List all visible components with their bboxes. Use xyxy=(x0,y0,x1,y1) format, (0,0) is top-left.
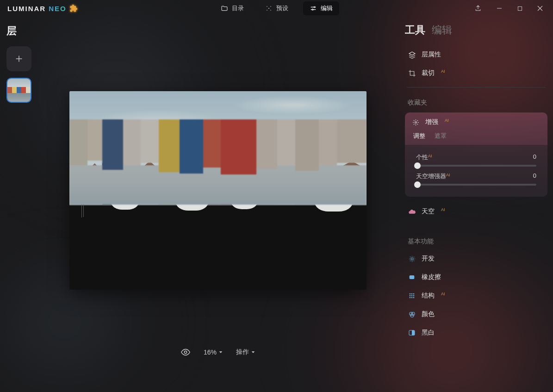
svg-point-16 xyxy=(411,295,413,297)
tool-bw-label: 黑白 xyxy=(422,329,435,337)
actions-dropdown[interactable]: 操作 xyxy=(236,348,255,356)
section-basics: 基本功能 xyxy=(405,221,547,249)
tools-panel: 工具 编辑 层属性 裁切 AI 收藏夹 增强 AI 调整 遮罩 个性AI 0 xyxy=(405,21,547,392)
svg-rect-11 xyxy=(410,275,415,279)
svg-point-14 xyxy=(413,293,415,295)
grid-dots-icon xyxy=(408,292,416,300)
ai-badge: AI xyxy=(441,292,445,296)
ai-badge: AI xyxy=(441,69,445,74)
enhance-card: 增强 AI 调整 遮罩 个性AI 0 天空增强器AI 0 xyxy=(405,112,547,197)
svg-point-0 xyxy=(268,8,269,9)
cloud-icon xyxy=(408,207,416,216)
crop-icon xyxy=(408,69,416,77)
svg-point-6 xyxy=(312,9,313,10)
logo-text-a: LUMINAR xyxy=(7,5,46,12)
minimize-button[interactable] xyxy=(489,1,510,16)
nav-presets[interactable]: 预设 xyxy=(259,1,295,15)
puzzle-icon[interactable] xyxy=(69,4,78,12)
svg-point-5 xyxy=(314,6,315,8)
separator xyxy=(407,87,546,87)
slider-knob[interactable] xyxy=(414,162,421,169)
tool-crop[interactable]: 裁切 AI xyxy=(405,64,547,82)
svg-point-18 xyxy=(410,297,411,299)
slider-gexing-label: 个性 xyxy=(416,154,428,161)
tool-eraser-label: 橡皮擦 xyxy=(422,273,441,281)
eye-icon[interactable] xyxy=(180,347,191,357)
ai-badge: AI xyxy=(428,154,432,158)
slider-sky-enhancer: 天空增强器AI 0 xyxy=(416,168,536,187)
svg-point-1 xyxy=(267,6,267,7)
subtab-adjust[interactable]: 调整 xyxy=(413,132,425,140)
nav-catalog-label: 目录 xyxy=(232,4,244,12)
slider-gexing-track[interactable] xyxy=(416,165,536,167)
tool-structure-label: 结构 xyxy=(422,292,435,300)
tool-sky[interactable]: 天空 AI xyxy=(405,202,547,221)
image-canvas[interactable] xyxy=(69,91,367,290)
slider-sky-enh-label: 天空增强器 xyxy=(416,173,446,180)
enhance-icon xyxy=(411,118,420,126)
tool-develop-label: 开发 xyxy=(422,255,435,263)
svg-point-9 xyxy=(415,121,416,123)
layer-thumbnail[interactable] xyxy=(6,78,31,103)
svg-point-2 xyxy=(270,6,271,7)
tool-bw[interactable]: 黑白 xyxy=(405,324,547,342)
layers-icon xyxy=(408,50,416,59)
chevron-down-icon xyxy=(251,350,255,355)
chevron-down-icon xyxy=(218,350,223,355)
eraser-icon xyxy=(408,273,416,281)
slider-sky-enh-track[interactable] xyxy=(416,184,536,186)
tab-tools[interactable]: 工具 xyxy=(405,23,425,37)
sparkle-icon xyxy=(265,5,273,12)
panel-tabs: 工具 编辑 xyxy=(405,21,547,45)
sliders-icon xyxy=(310,5,317,12)
actions-label: 操作 xyxy=(236,348,249,356)
tool-structure[interactable]: 结构 AI xyxy=(405,286,547,305)
tool-sky-label: 天空 xyxy=(422,207,435,216)
tool-color[interactable]: 颜色 xyxy=(405,305,547,324)
app-logo: LUMINAR NEO xyxy=(7,4,78,12)
bw-icon xyxy=(408,329,416,337)
window-controls xyxy=(470,1,550,16)
zoom-dropdown[interactable]: 16% xyxy=(204,348,223,356)
add-layer-button[interactable] xyxy=(6,46,31,71)
sun-icon xyxy=(408,255,416,263)
tool-develop[interactable]: 开发 xyxy=(405,249,547,268)
layers-title: 层 xyxy=(6,24,33,38)
svg-point-13 xyxy=(411,293,413,295)
slider-gexing-value: 0 xyxy=(533,153,536,162)
viewer-controls: 16% 操作 xyxy=(180,347,255,357)
svg-point-15 xyxy=(410,295,411,297)
svg-point-10 xyxy=(411,258,413,260)
close-button[interactable] xyxy=(530,1,550,16)
tool-layer-properties[interactable]: 层属性 xyxy=(405,45,547,64)
nav-presets-label: 预设 xyxy=(276,4,288,12)
slider-knob[interactable] xyxy=(414,181,421,188)
ai-badge: AI xyxy=(445,118,449,123)
svg-point-4 xyxy=(270,10,271,11)
logo-text-b: NEO xyxy=(49,5,67,12)
svg-rect-7 xyxy=(518,6,522,10)
svg-point-3 xyxy=(267,10,267,11)
tool-enhance[interactable]: 增强 AI xyxy=(405,112,547,132)
enhance-subtabs: 调整 遮罩 xyxy=(405,132,547,145)
slider-gexing: 个性AI 0 xyxy=(416,149,536,168)
tab-edits[interactable]: 编辑 xyxy=(432,23,452,37)
nav-edit-label: 编辑 xyxy=(321,4,333,12)
share-button[interactable] xyxy=(470,1,486,16)
nav-edit[interactable]: 编辑 xyxy=(303,1,339,15)
svg-point-20 xyxy=(413,297,415,299)
main-nav: 目录 预设 编辑 xyxy=(214,1,339,15)
subtab-mask[interactable]: 遮罩 xyxy=(435,132,447,140)
slider-sky-enh-value: 0 xyxy=(533,172,536,180)
title-bar: LUMINAR NEO 目录 预设 编辑 xyxy=(0,0,553,17)
svg-point-12 xyxy=(410,293,411,295)
tool-enhance-label: 增强 xyxy=(425,118,438,126)
section-favorites: 收藏夹 xyxy=(405,92,547,111)
svg-point-19 xyxy=(411,297,413,299)
maximize-button[interactable] xyxy=(510,1,530,16)
svg-point-17 xyxy=(413,295,415,297)
nav-catalog[interactable]: 目录 xyxy=(214,1,250,15)
tool-eraser[interactable]: 橡皮擦 xyxy=(405,268,547,286)
tool-layer-properties-label: 层属性 xyxy=(422,50,441,59)
ai-badge: AI xyxy=(441,207,445,212)
